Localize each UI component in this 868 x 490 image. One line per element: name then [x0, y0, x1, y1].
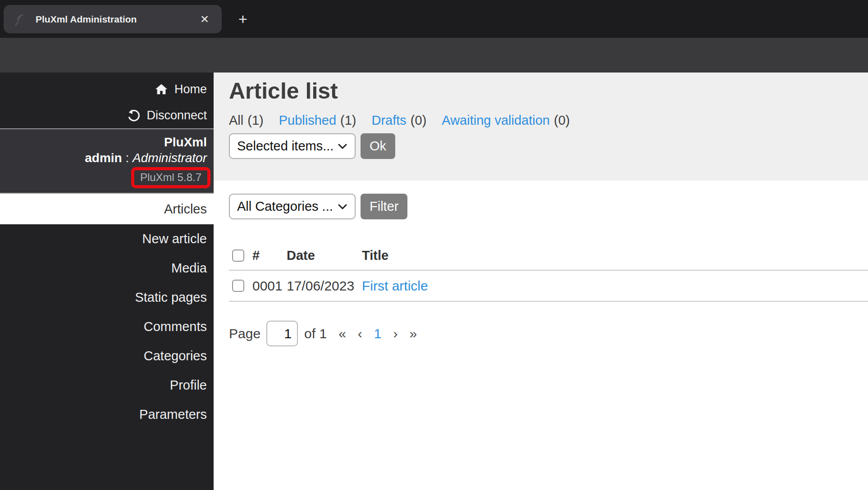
sidebar-item-parameters[interactable]: Parameters — [0, 400, 214, 429]
sidebar-item-comments[interactable]: Comments — [0, 312, 214, 341]
sidebar: Home Disconnect PluXml admin : Administr… — [0, 73, 214, 490]
user-role-separator: : — [122, 151, 132, 165]
category-select[interactable]: All Categories ... — [229, 194, 356, 219]
sidebar-item-disconnect[interactable]: Disconnect — [0, 102, 214, 128]
tab-title: PluXml Administration — [36, 14, 196, 25]
home-label: Home — [174, 82, 207, 96]
category-filter-row: All Categories ... Filter — [229, 194, 407, 219]
home-icon — [155, 82, 168, 96]
sidebar-item-home[interactable]: Home — [0, 76, 214, 102]
filter-awaiting-label[interactable]: Awaiting validation — [442, 113, 550, 128]
header-date: Date — [287, 248, 362, 263]
table-row: 0001 17/06/2023 First article — [229, 271, 868, 302]
browser-toolbar: 不安全 http://192.168.190.28/core/admin/ — [0, 38, 868, 73]
sidebar-item-static-pages[interactable]: Static pages — [0, 283, 214, 312]
sidebar-item-categories[interactable]: Categories — [0, 341, 214, 371]
filter-published[interactable]: Published (1) — [279, 113, 356, 128]
filter-all-label[interactable]: All — [229, 113, 243, 128]
favicon-feather-icon — [13, 11, 29, 27]
user-info-panel: PluXml admin : Administrator PluXml 5.8.… — [0, 129, 214, 193]
sidebar-item-media[interactable]: Media — [0, 254, 214, 283]
version-label: PluXml 5.8.7 — [140, 171, 201, 183]
bulk-actions-row: Selected items... Ok — [229, 133, 395, 159]
user-role: Administrator — [132, 151, 207, 165]
header-title: Title — [362, 248, 868, 263]
filter-drafts-label[interactable]: Drafts — [372, 113, 407, 128]
first-page-icon[interactable]: « — [338, 326, 346, 341]
selected-items-select[interactable]: Selected items... — [229, 133, 356, 159]
table-header-row: # Date Title — [229, 241, 868, 271]
new-tab-button[interactable]: + — [232, 6, 254, 32]
page-title: Article list — [229, 78, 338, 104]
chevron-down-icon — [338, 143, 347, 150]
disconnect-label: Disconnect — [146, 109, 207, 122]
username: admin — [85, 151, 122, 165]
last-page-icon[interactable]: » — [410, 326, 417, 341]
row-checkbox[interactable] — [232, 280, 244, 292]
next-page-icon[interactable]: › — [393, 326, 398, 341]
filter-published-label[interactable]: Published — [279, 113, 336, 128]
filter-all-count: (1) — [247, 113, 263, 128]
filter-drafts-count: (0) — [411, 113, 426, 128]
category-select-value: All Categories ... — [237, 199, 333, 214]
sidebar-item-new-article[interactable]: New article — [0, 224, 214, 254]
article-table: # Date Title 0001 17/06/2023 First artic… — [229, 241, 868, 302]
filter-awaiting-count: (0) — [554, 113, 570, 128]
browser-tab[interactable]: PluXml Administration ✕ — [4, 5, 222, 33]
page-of-label: of 1 — [304, 326, 327, 341]
sidebar-item-articles[interactable]: Articles — [0, 194, 214, 224]
article-date: 17/06/2023 — [287, 278, 362, 294]
page-1-link[interactable]: 1 — [374, 326, 382, 341]
tab-close-icon[interactable]: ✕ — [196, 12, 213, 27]
filter-drafts[interactable]: Drafts (0) — [372, 113, 427, 128]
header-id: # — [252, 248, 287, 263]
pagination: Page of 1 « ‹ 1 › » — [229, 321, 429, 346]
filter-all[interactable]: All (1) — [229, 113, 264, 128]
site-name: PluXml — [0, 135, 207, 150]
page-label: Page — [229, 326, 260, 341]
select-all-checkbox[interactable] — [232, 250, 244, 262]
selected-items-value: Selected items... — [237, 139, 333, 154]
disconnect-icon — [127, 109, 140, 122]
version-line: PluXml 5.8.7 — [0, 167, 207, 188]
main-content: Article list All (1) Published (1) Draft… — [214, 73, 868, 490]
article-id: 0001 — [252, 278, 287, 294]
page-number-input[interactable] — [266, 321, 298, 346]
ok-button[interactable]: Ok — [361, 133, 395, 159]
filter-awaiting-validation[interactable]: Awaiting validation (0) — [442, 113, 570, 128]
sidebar-item-profile[interactable]: Profile — [0, 371, 214, 400]
filter-published-count: (1) — [340, 113, 356, 128]
prev-page-icon[interactable]: ‹ — [358, 326, 362, 341]
status-filters: All (1) Published (1) Drafts (0) Awaitin… — [229, 113, 570, 128]
chevron-down-icon — [338, 203, 347, 210]
sidebar-menu: Articles New article Media Static pages … — [0, 194, 214, 429]
browser-tab-bar: PluXml Administration ✕ + — [0, 0, 868, 38]
filter-button[interactable]: Filter — [361, 194, 407, 219]
user-identity: admin : Administrator — [0, 150, 207, 166]
version-annotation-box: PluXml 5.8.7 — [131, 167, 210, 188]
article-title-link[interactable]: First article — [362, 278, 428, 293]
